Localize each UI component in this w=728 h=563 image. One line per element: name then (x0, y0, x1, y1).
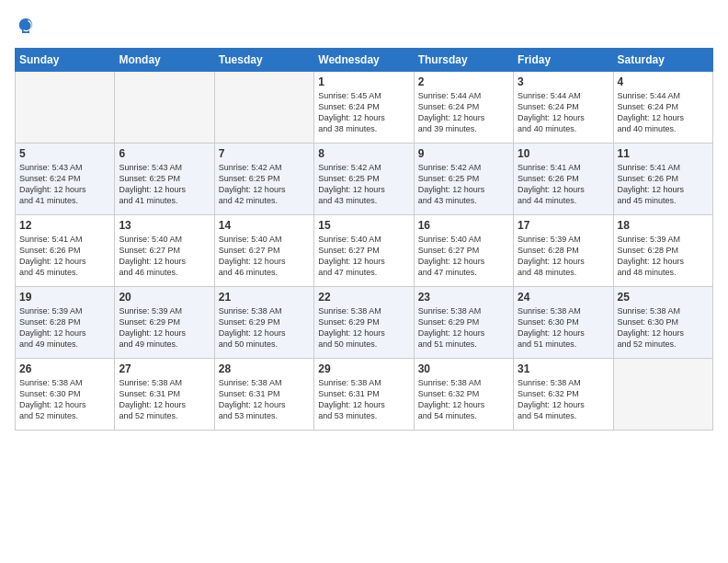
weekday-header-wednesday: Wednesday (314, 49, 414, 72)
day-number: 1 (318, 75, 409, 88)
calendar-cell: 8Sunrise: 5:42 AM Sunset: 6:25 PM Daylig… (314, 144, 414, 215)
day-info: Sunrise: 5:45 AM Sunset: 6:24 PM Dayligh… (318, 90, 409, 135)
calendar-cell: 1Sunrise: 5:45 AM Sunset: 6:24 PM Daylig… (314, 72, 414, 144)
day-info: Sunrise: 5:42 AM Sunset: 6:25 PM Dayligh… (418, 162, 509, 207)
calendar-cell: 10Sunrise: 5:41 AM Sunset: 6:26 PM Dayli… (514, 144, 613, 215)
calendar-cell: 16Sunrise: 5:40 AM Sunset: 6:27 PM Dayli… (414, 215, 513, 287)
day-number: 10 (518, 147, 609, 160)
calendar-cell (115, 72, 214, 144)
week-row-1: 1Sunrise: 5:45 AM Sunset: 6:24 PM Daylig… (16, 72, 713, 144)
day-info: Sunrise: 5:38 AM Sunset: 6:32 PM Dayligh… (418, 377, 509, 422)
day-info: Sunrise: 5:38 AM Sunset: 6:29 PM Dayligh… (418, 305, 509, 350)
day-number: 13 (119, 219, 210, 232)
calendar-cell: 20Sunrise: 5:39 AM Sunset: 6:29 PM Dayli… (115, 287, 214, 359)
weekday-header-sunday: Sunday (16, 49, 115, 72)
day-info: Sunrise: 5:40 AM Sunset: 6:27 PM Dayligh… (318, 234, 409, 279)
day-info: Sunrise: 5:41 AM Sunset: 6:26 PM Dayligh… (518, 162, 609, 207)
day-number: 11 (618, 147, 709, 160)
calendar-cell: 11Sunrise: 5:41 AM Sunset: 6:26 PM Dayli… (613, 144, 712, 215)
weekday-header-row: SundayMondayTuesdayWednesdayThursdayFrid… (16, 49, 713, 72)
day-info: Sunrise: 5:39 AM Sunset: 6:28 PM Dayligh… (19, 305, 110, 350)
calendar-cell: 9Sunrise: 5:42 AM Sunset: 6:25 PM Daylig… (414, 144, 513, 215)
calendar-cell (613, 359, 712, 431)
calendar-cell: 6Sunrise: 5:43 AM Sunset: 6:25 PM Daylig… (115, 144, 214, 215)
day-number: 31 (518, 362, 609, 375)
day-info: Sunrise: 5:40 AM Sunset: 6:27 PM Dayligh… (219, 234, 310, 279)
day-number: 20 (119, 291, 210, 304)
day-info: Sunrise: 5:38 AM Sunset: 6:31 PM Dayligh… (219, 377, 310, 422)
day-info: Sunrise: 5:40 AM Sunset: 6:27 PM Dayligh… (418, 234, 509, 279)
day-number: 9 (418, 147, 509, 160)
day-info: Sunrise: 5:39 AM Sunset: 6:29 PM Dayligh… (119, 305, 210, 350)
calendar-cell: 27Sunrise: 5:38 AM Sunset: 6:31 PM Dayli… (115, 359, 214, 431)
calendar-cell: 26Sunrise: 5:38 AM Sunset: 6:30 PM Dayli… (16, 359, 115, 431)
day-number: 4 (618, 75, 709, 88)
weekday-header-friday: Friday (514, 49, 613, 72)
page-header (15, 15, 713, 37)
calendar-cell: 13Sunrise: 5:40 AM Sunset: 6:27 PM Dayli… (115, 215, 214, 287)
day-info: Sunrise: 5:44 AM Sunset: 6:24 PM Dayligh… (618, 90, 709, 135)
calendar-cell: 30Sunrise: 5:38 AM Sunset: 6:32 PM Dayli… (414, 359, 513, 431)
weekday-header-tuesday: Tuesday (214, 49, 313, 72)
day-info: Sunrise: 5:44 AM Sunset: 6:24 PM Dayligh… (518, 90, 609, 135)
week-row-3: 12Sunrise: 5:41 AM Sunset: 6:26 PM Dayli… (16, 215, 713, 287)
calendar-cell: 2Sunrise: 5:44 AM Sunset: 6:24 PM Daylig… (414, 72, 513, 144)
day-info: Sunrise: 5:38 AM Sunset: 6:31 PM Dayligh… (119, 377, 210, 422)
day-number: 19 (19, 291, 110, 304)
calendar-cell: 24Sunrise: 5:38 AM Sunset: 6:30 PM Dayli… (514, 287, 613, 359)
day-number: 3 (518, 75, 609, 88)
day-number: 6 (119, 147, 210, 160)
calendar-cell: 3Sunrise: 5:44 AM Sunset: 6:24 PM Daylig… (514, 72, 613, 144)
calendar-table: SundayMondayTuesdayWednesdayThursdayFrid… (15, 48, 713, 431)
day-number: 14 (219, 219, 310, 232)
calendar-cell: 4Sunrise: 5:44 AM Sunset: 6:24 PM Daylig… (613, 72, 712, 144)
day-info: Sunrise: 5:39 AM Sunset: 6:28 PM Dayligh… (618, 234, 709, 279)
calendar-cell: 28Sunrise: 5:38 AM Sunset: 6:31 PM Dayli… (214, 359, 313, 431)
day-info: Sunrise: 5:38 AM Sunset: 6:31 PM Dayligh… (318, 377, 409, 422)
day-number: 17 (518, 219, 609, 232)
day-number: 25 (618, 291, 709, 304)
calendar-cell: 29Sunrise: 5:38 AM Sunset: 6:31 PM Dayli… (314, 359, 414, 431)
day-info: Sunrise: 5:38 AM Sunset: 6:29 PM Dayligh… (219, 305, 310, 350)
calendar-cell: 25Sunrise: 5:38 AM Sunset: 6:30 PM Dayli… (613, 287, 712, 359)
weekday-header-thursday: Thursday (414, 49, 513, 72)
day-info: Sunrise: 5:43 AM Sunset: 6:24 PM Dayligh… (19, 162, 110, 207)
day-number: 29 (318, 362, 409, 375)
week-row-2: 5Sunrise: 5:43 AM Sunset: 6:24 PM Daylig… (16, 144, 713, 215)
calendar-cell: 14Sunrise: 5:40 AM Sunset: 6:27 PM Dayli… (214, 215, 313, 287)
calendar-cell: 22Sunrise: 5:38 AM Sunset: 6:29 PM Dayli… (314, 287, 414, 359)
logo-icon (15, 15, 37, 37)
day-number: 7 (219, 147, 310, 160)
day-info: Sunrise: 5:38 AM Sunset: 6:32 PM Dayligh… (518, 377, 609, 422)
day-info: Sunrise: 5:38 AM Sunset: 6:29 PM Dayligh… (318, 305, 409, 350)
day-info: Sunrise: 5:44 AM Sunset: 6:24 PM Dayligh… (418, 90, 509, 135)
day-info: Sunrise: 5:41 AM Sunset: 6:26 PM Dayligh… (19, 234, 110, 279)
day-number: 2 (418, 75, 509, 88)
day-number: 21 (219, 291, 310, 304)
calendar-cell: 18Sunrise: 5:39 AM Sunset: 6:28 PM Dayli… (613, 215, 712, 287)
calendar-cell: 17Sunrise: 5:39 AM Sunset: 6:28 PM Dayli… (514, 215, 613, 287)
day-number: 23 (418, 291, 509, 304)
day-number: 15 (318, 219, 409, 232)
calendar-cell: 19Sunrise: 5:39 AM Sunset: 6:28 PM Dayli… (16, 287, 115, 359)
day-number: 12 (19, 219, 110, 232)
day-info: Sunrise: 5:42 AM Sunset: 6:25 PM Dayligh… (318, 162, 409, 207)
weekday-header-saturday: Saturday (613, 49, 712, 72)
day-info: Sunrise: 5:40 AM Sunset: 6:27 PM Dayligh… (119, 234, 210, 279)
week-row-4: 19Sunrise: 5:39 AM Sunset: 6:28 PM Dayli… (16, 287, 713, 359)
day-number: 16 (418, 219, 509, 232)
day-number: 30 (418, 362, 509, 375)
logo (15, 15, 40, 37)
weekday-header-monday: Monday (115, 49, 214, 72)
day-info: Sunrise: 5:38 AM Sunset: 6:30 PM Dayligh… (518, 305, 609, 350)
day-number: 24 (518, 291, 609, 304)
day-info: Sunrise: 5:39 AM Sunset: 6:28 PM Dayligh… (518, 234, 609, 279)
day-info: Sunrise: 5:43 AM Sunset: 6:25 PM Dayligh… (119, 162, 210, 207)
day-number: 18 (618, 219, 709, 232)
week-row-5: 26Sunrise: 5:38 AM Sunset: 6:30 PM Dayli… (16, 359, 713, 431)
day-number: 28 (219, 362, 310, 375)
day-number: 26 (19, 362, 110, 375)
calendar-cell: 12Sunrise: 5:41 AM Sunset: 6:26 PM Dayli… (16, 215, 115, 287)
day-info: Sunrise: 5:41 AM Sunset: 6:26 PM Dayligh… (618, 162, 709, 207)
day-info: Sunrise: 5:38 AM Sunset: 6:30 PM Dayligh… (618, 305, 709, 350)
